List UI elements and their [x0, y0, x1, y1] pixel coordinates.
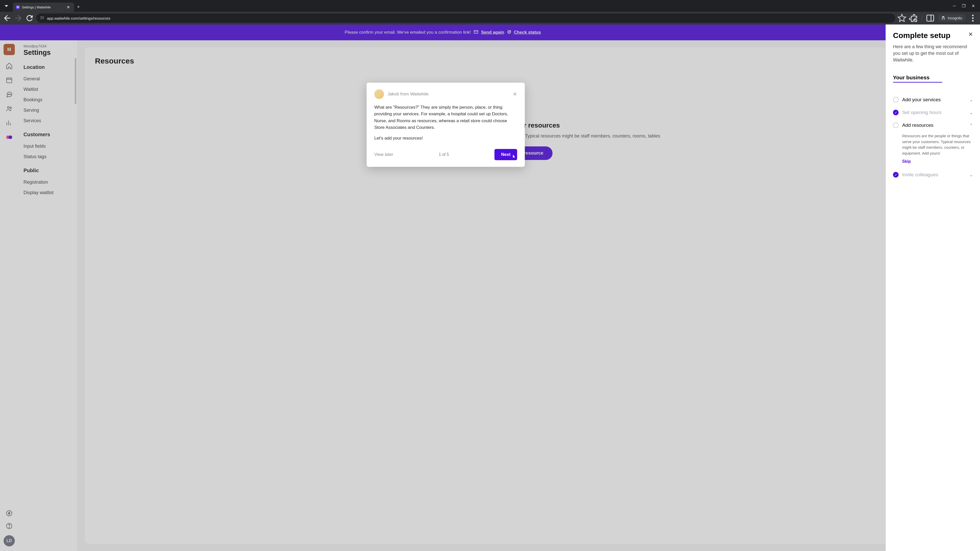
new-tab-button[interactable]: + — [74, 2, 83, 12]
checklist-item-opening-hours[interactable]: ✓ Set opening hours ⌄ — [893, 106, 973, 119]
app-viewport: Please confirm your email. We've emailed… — [0, 24, 980, 551]
complete-setup-panel: Complete setup ✕ Here are a few thing we… — [886, 24, 980, 551]
checklist-label: Set opening hours — [902, 110, 966, 115]
svg-rect-0 — [927, 15, 934, 21]
chevron-down-icon: ⌄ — [969, 97, 973, 102]
tab-close-icon[interactable]: ✕ — [65, 4, 71, 11]
tab-title: Settings | Waitwhile — [22, 5, 65, 9]
checklist-label: Add resources — [902, 122, 966, 128]
checklist-item-invite[interactable]: ✓ Invite colleagues ⌄ — [893, 168, 973, 181]
browser-chrome: W Settings | Waitwhile ✕ + ─ ❐ ✕ app.wai… — [0, 0, 980, 24]
check-circle-icon — [893, 97, 899, 103]
panel-section-your-business: Your business — [893, 75, 929, 81]
checklist-item-resources[interactable]: Add resources ⌃ — [893, 119, 973, 132]
next-button[interactable]: Next — [495, 149, 517, 160]
svg-point-3 — [972, 17, 974, 19]
url-bar[interactable]: app.waitwhile.com/settings/resources — [36, 14, 895, 23]
setup-checklist: Add your services ⌄ ✓ Set opening hours … — [893, 94, 973, 181]
checklist-item-services[interactable]: Add your services ⌄ — [893, 94, 973, 106]
chevron-down-icon: ⌄ — [969, 110, 973, 115]
view-later-link[interactable]: View later — [374, 152, 393, 157]
window-controls: ─ ❐ ✕ — [953, 3, 978, 8]
check-circle-done-icon: ✓ — [893, 110, 899, 115]
site-settings-icon[interactable] — [40, 16, 45, 21]
checklist-detail: Resources are the people or things that … — [893, 132, 973, 158]
reload-button[interactable] — [25, 14, 34, 23]
panel-subtitle: Here are a few thing we recommend you se… — [893, 43, 973, 63]
maximize-icon[interactable]: ❐ — [962, 3, 966, 8]
toolbar-divider — [922, 15, 922, 21]
checklist-label: Add your services — [902, 97, 966, 103]
modal-body-1: What are "Resources?" They are simply th… — [374, 104, 517, 131]
onboarding-modal: Jakob from Waitwhile ✕ What are "Resourc… — [366, 83, 525, 167]
tab-bar: W Settings | Waitwhile ✕ + ─ ❐ ✕ — [0, 0, 980, 12]
svg-point-4 — [972, 20, 974, 22]
check-circle-done-icon: ✓ — [893, 172, 899, 178]
incognito-label: Incognito — [948, 16, 962, 20]
panel-title: Complete setup — [893, 31, 950, 40]
incognito-badge[interactable]: Incognito — [937, 14, 966, 22]
browser-tab[interactable]: W Settings | Waitwhile ✕ — [13, 3, 74, 12]
cursor-icon — [511, 154, 515, 159]
favicon: W — [16, 5, 20, 9]
menu-icon[interactable] — [968, 14, 977, 23]
back-button[interactable] — [3, 14, 12, 23]
chevron-down-icon: ⌄ — [969, 172, 973, 177]
sidepanel-icon[interactable] — [926, 14, 935, 23]
close-window-icon[interactable]: ✕ — [972, 3, 975, 8]
extensions-icon[interactable] — [909, 14, 918, 23]
bookmark-icon[interactable] — [897, 14, 907, 23]
modal-close-icon[interactable]: ✕ — [513, 91, 517, 97]
author-avatar — [374, 89, 384, 99]
svg-point-2 — [972, 15, 974, 16]
forward-button[interactable] — [14, 14, 23, 23]
next-button-label: Next — [501, 152, 511, 157]
minimize-icon[interactable]: ─ — [953, 3, 956, 8]
url-text: app.waitwhile.com/settings/resources — [47, 16, 110, 21]
skip-link[interactable]: Skip — [893, 159, 973, 164]
checklist-label: Invite colleagues — [902, 172, 966, 178]
tab-search-dropdown[interactable] — [2, 2, 11, 10]
chevron-up-icon: ⌃ — [969, 123, 973, 128]
step-indicator: 1 of 5 — [439, 152, 449, 157]
panel-close-icon[interactable]: ✕ — [968, 31, 973, 38]
modal-author: Jakob from Waitwhile — [387, 92, 428, 97]
browser-toolbar: app.waitwhile.com/settings/resources Inc… — [0, 12, 980, 24]
modal-body-2: Let's add your resources! — [374, 135, 517, 141]
check-circle-icon — [893, 122, 899, 128]
